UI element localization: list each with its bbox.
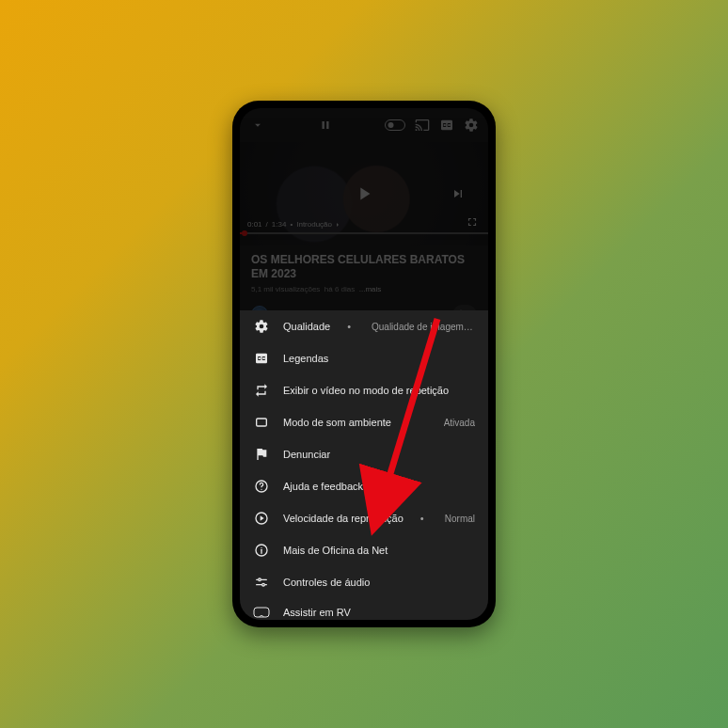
menu-label: Assistir em RV <box>283 607 351 618</box>
progress-bar[interactable] <box>240 232 488 234</box>
video-title[interactable]: OS MELHORES CELULARES BARATOS EM 2023 <box>251 253 477 281</box>
svg-point-4 <box>261 489 261 490</box>
more-link[interactable]: ...mais <box>359 285 382 293</box>
svg-point-8 <box>261 547 261 548</box>
captions-icon[interactable] <box>439 118 454 133</box>
svg-rect-2 <box>257 419 267 426</box>
menu-label: Exibir o vídeo no modo de repetição <box>283 385 449 396</box>
chevron-down-icon[interactable] <box>249 119 266 132</box>
sliders-icon <box>253 575 270 590</box>
menu-label: Qualidade <box>283 321 330 332</box>
fullscreen-icon[interactable] <box>466 215 479 229</box>
menu-label: Ajuda e feedback <box>283 481 363 492</box>
time-separator: / <box>266 220 268 229</box>
menu-captions[interactable]: Legendas <box>240 342 488 374</box>
loop-icon <box>253 383 270 398</box>
svg-point-1 <box>388 122 394 128</box>
player-backdrop: 0:01 / 1:34 • Introdução <box>240 108 488 310</box>
menu-label: Modo de som ambiente <box>283 417 391 428</box>
menu-help[interactable]: Ajuda e feedback <box>240 470 488 502</box>
separator-dot: • <box>420 513 424 524</box>
chapter-chip[interactable]: Introdução <box>296 220 341 229</box>
info-icon <box>253 543 270 558</box>
menu-value: Normal <box>445 514 475 524</box>
ambient-icon <box>253 415 270 430</box>
pause-icon[interactable] <box>319 119 332 132</box>
menu-loop[interactable]: Exibir o vídeo no modo de repetição <box>240 374 488 406</box>
menu-label: Velocidade da reprodução <box>283 513 404 524</box>
settings-sheet: Qualidade • Qualidade de imagem m... Leg… <box>240 310 488 620</box>
upload-age: há 6 dias <box>324 285 355 293</box>
captions-icon <box>253 351 270 366</box>
svg-point-12 <box>262 583 265 586</box>
menu-label: Mais de Oficina da Net <box>283 545 388 556</box>
separator-dot: • <box>347 321 351 332</box>
flag-icon <box>253 447 270 462</box>
menu-ambient[interactable]: Modo de som ambiente Ativada <box>240 406 488 438</box>
screen: 0:01 / 1:34 • Introdução <box>240 108 488 620</box>
menu-quality[interactable]: Qualidade • Qualidade de imagem m... <box>240 310 488 342</box>
chapter-label: Introdução <box>296 220 332 229</box>
chevron-right-icon <box>334 221 341 229</box>
menu-value: Qualidade de imagem m... <box>372 322 475 332</box>
menu-speed[interactable]: Velocidade da reprodução • Normal <box>240 502 488 534</box>
chapter-dot: • <box>290 220 293 229</box>
menu-vr[interactable]: Assistir em RV <box>240 598 488 620</box>
phone-frame: 0:01 / 1:34 • Introdução <box>232 101 496 627</box>
play-circle-icon <box>253 511 270 526</box>
autoplay-toggle-icon[interactable] <box>385 119 405 131</box>
current-time: 0:01 <box>247 220 262 229</box>
video-player[interactable]: 0:01 / 1:34 • Introdução <box>240 142 488 245</box>
duration: 1:34 <box>272 220 287 229</box>
help-icon <box>253 479 270 494</box>
menu-value: Ativada <box>444 418 475 428</box>
menu-report[interactable]: Denunciar <box>240 438 488 470</box>
svg-point-10 <box>259 578 261 581</box>
menu-more-from[interactable]: Mais de Oficina da Net <box>240 534 488 566</box>
cast-icon[interactable] <box>415 118 430 133</box>
next-icon[interactable] <box>451 186 466 201</box>
view-count: 5,1 mil visualizações <box>251 285 320 293</box>
vr-icon <box>253 607 270 618</box>
gear-icon <box>253 319 270 334</box>
menu-audio[interactable]: Controles de áudio <box>240 566 488 598</box>
play-icon[interactable] <box>354 183 374 204</box>
background: 0:01 / 1:34 • Introdução <box>0 0 728 728</box>
menu-label: Legendas <box>283 353 328 364</box>
menu-label: Controles de áudio <box>283 577 370 588</box>
gear-icon[interactable] <box>464 118 479 133</box>
menu-label: Denunciar <box>283 449 330 460</box>
